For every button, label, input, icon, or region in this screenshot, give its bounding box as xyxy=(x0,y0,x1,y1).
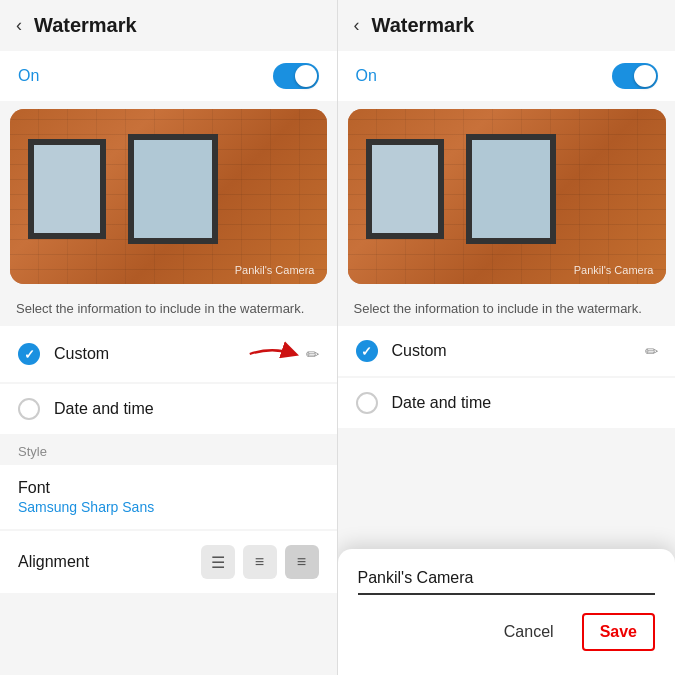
left-radio-datetime xyxy=(18,398,40,420)
left-header: ‹ Watermark xyxy=(0,0,337,47)
right-cancel-button[interactable]: Cancel xyxy=(492,615,566,649)
right-toggle-label: On xyxy=(356,67,377,85)
right-window-left xyxy=(366,139,444,239)
right-brick-wall: Pankil's Camera xyxy=(348,109,666,284)
left-radio-custom xyxy=(18,343,40,365)
right-header: ‹ Watermark xyxy=(338,0,676,47)
right-watermark-text: Pankil's Camera xyxy=(574,264,654,276)
left-panel: ‹ Watermark On Pankil's Camera Select th… xyxy=(0,0,337,675)
left-alignment-icons: ☰ ≡ ≡ xyxy=(201,545,319,579)
left-toggle-row: On xyxy=(0,51,337,101)
left-red-arrow xyxy=(246,340,306,368)
right-panel: ‹ Watermark On Pankil's Camera Select th… xyxy=(338,0,676,675)
right-datetime-label: Date and time xyxy=(392,394,658,412)
right-radio-custom xyxy=(356,340,378,362)
left-datetime-label: Date and time xyxy=(54,400,319,418)
left-window-left xyxy=(28,139,106,239)
left-watermark-text: Pankil's Camera xyxy=(235,264,315,276)
left-align-center-button[interactable]: ≡ xyxy=(243,545,277,579)
left-back-button[interactable]: ‹ xyxy=(16,15,22,36)
right-edit-icon[interactable]: ✏ xyxy=(645,342,658,361)
right-save-button[interactable]: Save xyxy=(582,613,655,651)
left-toggle-switch[interactable] xyxy=(273,63,319,89)
right-option-custom[interactable]: Custom ✏ xyxy=(338,326,676,376)
left-info-text: Select the information to include in the… xyxy=(0,292,337,324)
left-window-right xyxy=(128,134,218,244)
right-radio-datetime xyxy=(356,392,378,414)
right-dialog-input-row xyxy=(358,569,656,595)
left-preview: Pankil's Camera xyxy=(10,109,327,284)
right-window-right xyxy=(466,134,556,244)
left-font-row[interactable]: Font Samsung Sharp Sans xyxy=(0,465,337,529)
left-style-section-label: Style xyxy=(0,434,337,463)
right-dialog-overlay: Cancel Save xyxy=(338,415,676,675)
left-edit-icon[interactable]: ✏ xyxy=(306,345,319,364)
left-custom-label: Custom xyxy=(54,345,246,363)
left-toggle-label: On xyxy=(18,67,39,85)
left-page-title: Watermark xyxy=(34,14,137,37)
left-font-label: Font xyxy=(18,479,319,497)
right-info-text: Select the information to include in the… xyxy=(338,292,676,324)
right-page-title: Watermark xyxy=(372,14,475,37)
right-dialog-box: Cancel Save xyxy=(338,549,676,675)
right-dialog-input[interactable] xyxy=(358,569,656,587)
left-align-right-button[interactable]: ≡ xyxy=(285,545,319,579)
right-back-button[interactable]: ‹ xyxy=(354,15,360,36)
left-alignment-row: Alignment ☰ ≡ ≡ xyxy=(0,531,337,593)
right-custom-label: Custom xyxy=(392,342,645,360)
right-toggle-switch[interactable] xyxy=(612,63,658,89)
right-dialog-actions: Cancel Save xyxy=(358,613,656,651)
left-option-datetime[interactable]: Date and time xyxy=(0,384,337,434)
left-option-custom[interactable]: Custom ✏ xyxy=(0,326,337,382)
left-font-value: Samsung Sharp Sans xyxy=(18,499,319,515)
right-toggle-row: On xyxy=(338,51,676,101)
left-align-left-button[interactable]: ☰ xyxy=(201,545,235,579)
left-alignment-label: Alignment xyxy=(18,553,201,571)
right-preview: Pankil's Camera xyxy=(348,109,666,284)
left-brick-wall: Pankil's Camera xyxy=(10,109,327,284)
